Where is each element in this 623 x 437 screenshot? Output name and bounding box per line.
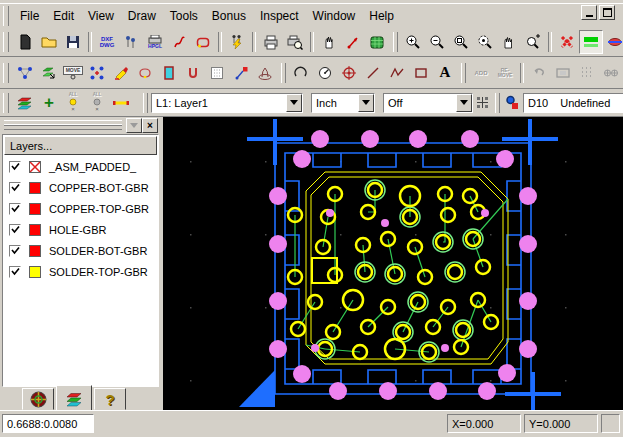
draw-target-button[interactable] [337,61,361,85]
layer-label[interactable]: _ASM_PADDED_ [49,161,136,173]
layer-label[interactable]: SOLDER-BOT-GBR [49,245,147,257]
toggle-solid-button[interactable] [579,30,603,54]
layers-tab[interactable] [56,385,92,410]
pan-hand-button[interactable] [317,30,341,54]
add-button[interactable]: ADD [469,61,493,85]
pan-button[interactable] [497,30,521,54]
restore-button[interactable] [599,5,615,20]
pad-pair-button[interactable] [599,61,623,85]
layer-checkbox[interactable] [9,161,21,173]
units-combo-arrow[interactable] [358,94,374,112]
toggle-lens-button[interactable] [603,30,623,54]
draw-text-button[interactable]: A [433,61,457,85]
drill-pins-button[interactable] [119,30,143,54]
dcode-grip[interactable] [495,93,500,113]
layer-swatch[interactable] [29,182,41,194]
new-file-button[interactable] [13,30,37,54]
layer-swatch[interactable] [29,161,41,173]
remove-button[interactable]: RE-MOVE [493,61,517,85]
zoom-extents-button[interactable] [473,30,497,54]
move-vertex-button[interactable] [13,61,37,85]
layer-combo-arrow[interactable] [286,94,302,112]
menu-view[interactable]: View [81,6,121,26]
menu-file[interactable]: File [13,6,46,26]
move-tool-button[interactable]: MOVE [61,61,85,85]
menu-tools[interactable]: Tools [163,6,205,26]
layer-label[interactable]: SOLDER-TOP-GBR [49,266,148,278]
toolbar-zoom-grip[interactable] [393,32,398,52]
print-preview-button[interactable] [283,30,307,54]
layer-label[interactable]: COPPER-TOP-GBR [49,203,149,215]
grid-combo-arrow[interactable] [456,94,472,112]
film-grid-button[interactable] [365,30,389,54]
copy-to-layer-button[interactable] [37,61,61,85]
layer-checkbox[interactable] [9,266,21,278]
all-layers-on-button[interactable]: ALL× [61,91,85,115]
segment-button[interactable] [109,91,133,115]
layer-swatch[interactable] [29,203,41,215]
menu-bonus[interactable]: Bonus [205,6,253,26]
fill-rect-button[interactable] [157,61,181,85]
panel-gripper[interactable] [4,120,122,130]
zoom-in-button[interactable] [401,30,425,54]
menu-draw[interactable]: Draw [121,6,163,26]
layer-label[interactable]: COPPER-BOT-GBR [49,182,149,194]
layer-checkbox[interactable] [9,245,21,257]
add-layer-button[interactable]: + [37,91,61,115]
minimize-button[interactable] [581,5,597,20]
menu-edit[interactable]: Edit [46,6,81,26]
move-points-button[interactable] [85,61,109,85]
layer-row-asm-padded[interactable]: _ASM_PADDED_ [3,156,158,177]
layer-swatch[interactable] [29,224,41,236]
all-layers-off-button[interactable]: ALL× [85,91,109,115]
grid-dots-button[interactable] [575,61,599,85]
layer-combo[interactable]: L1: Layer1 [151,93,303,113]
help-tab[interactable]: ? [94,388,126,410]
layer-swatch[interactable] [29,245,41,257]
open-file-button[interactable] [37,30,61,54]
import-dxf-dwg-button[interactable]: DXFDWG [95,30,119,54]
layers-header-button[interactable]: Layers... [4,136,157,155]
layer-row-hole[interactable]: HOLE-GBR [3,219,158,240]
combo-grip[interactable] [143,93,148,113]
save-file-button[interactable] [61,30,85,54]
dcode-marker-button[interactable] [503,91,523,115]
move-arrow-button[interactable] [229,61,253,85]
pins-lightning-button[interactable] [225,30,249,54]
wire-squiggle-button[interactable] [167,30,191,54]
snap-grid-button[interactable] [473,91,491,115]
panel-menu-button[interactable] [126,118,142,133]
export-hpgl-button[interactable]: HPGL [143,30,167,54]
zoom-redraw-button[interactable] [521,30,545,54]
target-tab[interactable] [22,388,54,410]
undo-button[interactable] [527,61,551,85]
layers-stack-button[interactable] [13,91,37,115]
zoom-window-button[interactable] [449,30,473,54]
draw-circle-button[interactable] [313,61,337,85]
stamp-seal-button[interactable] [253,61,277,85]
draw-line-button[interactable] [361,61,385,85]
layer-checkbox[interactable] [9,224,21,236]
print-button[interactable] [259,30,283,54]
layer-row-copper-top[interactable]: COPPER-TOP-GBR [3,198,158,219]
layer-row-copper-bot[interactable]: COPPER-BOT-GBR [3,177,158,198]
toggle-sketch-button[interactable] [555,30,579,54]
draw-polyline-button[interactable] [385,61,409,85]
measure-button[interactable] [341,30,365,54]
arc-cut-button[interactable] [181,61,205,85]
loop-select-button[interactable] [191,30,215,54]
zoom-out-button[interactable] [425,30,449,54]
grid-combo[interactable]: Off [383,93,473,113]
panel-close-button[interactable]: × [142,118,158,133]
toolbar3-grip[interactable] [3,93,9,113]
toolbar1-grip[interactable] [3,32,9,52]
toolbar-draw-grip[interactable] [281,63,286,83]
draw-arc-button[interactable] [289,61,313,85]
toolbar2-grip[interactable] [3,63,9,83]
layer-row-solder-top[interactable]: SOLDER-TOP-GBR [3,261,158,282]
layer-label[interactable]: HOLE-GBR [49,224,106,236]
layer-swatch[interactable] [29,266,41,278]
select-outline-button[interactable] [133,61,157,85]
dcode-field[interactable]: D10 Undefined [523,93,623,113]
draw-rect-button[interactable] [409,61,433,85]
